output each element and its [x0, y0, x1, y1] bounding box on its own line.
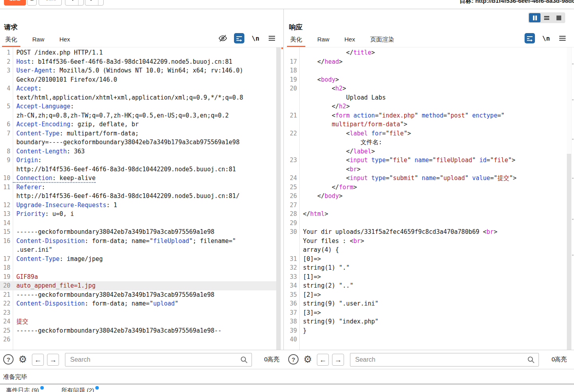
- code-line[interactable]: text/html,application/xhtml+xml,applicat…: [0, 93, 276, 102]
- code-line[interactable]: 18: [285, 66, 567, 75]
- code-line[interactable]: 10Connection: keep-alive: [0, 174, 276, 183]
- layout-columns-icon[interactable]: [529, 13, 541, 22]
- newline-toggle-icon[interactable]: \n: [250, 33, 261, 43]
- code-line[interactable]: 20 <h2>: [285, 84, 567, 93]
- code-line[interactable]: 31[0]=>: [285, 255, 567, 264]
- help-icon[interactable]: ?: [3, 354, 14, 365]
- editor-menu-icon[interactable]: [267, 33, 277, 43]
- code-line[interactable]: 25 </form>: [285, 183, 567, 192]
- code-line[interactable]: 7Content-Type: multipart/form-data;: [0, 129, 276, 138]
- code-line[interactable]: 28</html>: [285, 210, 567, 219]
- code-line[interactable]: 22 <label for="file">: [285, 129, 567, 138]
- code-line[interactable]: 1POST /index.php HTTP/1.1: [0, 48, 276, 57]
- code-line[interactable]: 8Content-Length: 363: [0, 147, 276, 156]
- code-line[interactable]: 26: [0, 335, 276, 344]
- code-line[interactable]: 22Content-Disposition: form-data; name="…: [0, 299, 276, 308]
- code-line[interactable]: array(4) {: [285, 245, 567, 255]
- tab-request-raw[interactable]: Raw: [29, 33, 47, 47]
- tab-all-issues[interactable]: 所有问题 (2): [61, 384, 99, 392]
- code-line[interactable]: 19 <body>: [285, 75, 567, 84]
- newline-toggle-icon[interactable]: \n: [541, 33, 551, 43]
- code-line[interactable]: 14: [0, 219, 276, 228]
- code-line[interactable]: 38string(9) "index.php": [285, 317, 567, 326]
- next-match-button[interactable]: →: [47, 354, 59, 366]
- tab-response-raw[interactable]: Raw: [314, 33, 332, 47]
- word-wrap-icon[interactable]: [525, 33, 535, 43]
- code-line[interactable]: Gecko/20100101 Firefox/146.0: [0, 75, 276, 84]
- history-back-button[interactable]: [65, 0, 84, 6]
- panel-divider[interactable]: [283, 9, 284, 368]
- request-editor[interactable]: 1POST /index.php HTTP/1.12Host: b1f4f536…: [0, 47, 283, 350]
- next-match-button[interactable]: →: [332, 354, 344, 366]
- scrollbar-thumb[interactable]: [276, 47, 281, 350]
- tab-request-hex[interactable]: Hex: [56, 33, 73, 47]
- tab-response-render[interactable]: 页面渲染: [367, 33, 397, 47]
- code-line[interactable]: 18: [0, 263, 276, 272]
- code-line[interactable]: 34string(2) "..": [285, 281, 567, 290]
- code-line[interactable]: </h2>: [285, 102, 567, 111]
- response-code[interactable]: </title>17 </head>1819 <body>20 <h2> Upl…: [285, 47, 567, 350]
- code-line[interactable]: 36string(9) ".user.ini": [285, 299, 567, 308]
- code-line[interactable]: 21 <form action="index.php" method="post…: [285, 111, 567, 120]
- hide-nonprinting-icon[interactable]: [218, 33, 228, 43]
- code-line[interactable]: 11Referer:: [0, 183, 276, 192]
- cancel-button[interactable]: 取消: [39, 0, 62, 6]
- code-line[interactable]: 12Upgrade-Insecure-Requests: 1: [0, 201, 276, 210]
- code-line[interactable]: 13Priority: u=0, i: [0, 210, 276, 219]
- search-settings-gear-icon[interactable]: ⚙: [17, 353, 29, 365]
- history-forward-dropdown[interactable]: [98, 0, 103, 5]
- code-line[interactable]: 2Host: b1f4f536-6eef-46f6-8a3d-98dc10442…: [0, 57, 276, 67]
- code-line[interactable]: 21------geckoformboundary38042eb7a349b17…: [0, 290, 276, 300]
- code-line[interactable]: </label>: [285, 147, 567, 156]
- code-line[interactable]: 4Accept:: [0, 84, 276, 93]
- code-line[interactable]: 23 <input type="file" name="fileUpload" …: [285, 156, 567, 165]
- history-back-dropdown[interactable]: [78, 0, 83, 5]
- code-line[interactable]: 29: [285, 219, 567, 228]
- code-line[interactable]: 27: [285, 201, 567, 210]
- code-line[interactable]: 32string(1) ".": [285, 263, 567, 272]
- code-line[interactable]: .user.ini": [0, 245, 276, 255]
- response-scrollbar[interactable]: [567, 47, 571, 350]
- code-line[interactable]: 17Content-Type: image/jpeg: [0, 255, 276, 264]
- code-line[interactable]: 25------geckoformboundary38042eb7a349b17…: [0, 326, 276, 335]
- code-line[interactable]: 16Content-Disposition: form-data; name="…: [0, 237, 276, 246]
- code-line[interactable]: 20auto_append_file=1.jpg: [0, 281, 276, 290]
- code-line[interactable]: 3User-Agent: Mozilla/5.0 (Windows NT 10.…: [0, 66, 276, 75]
- gear-icon[interactable]: ⚙: [27, 0, 37, 6]
- code-line[interactable]: 23: [0, 308, 276, 318]
- code-line[interactable]: 15------geckoformboundary38042eb7a349b17…: [0, 227, 276, 237]
- code-line[interactable]: <br>: [285, 165, 567, 174]
- word-wrap-icon[interactable]: [234, 33, 244, 43]
- code-line[interactable]: 24提交: [0, 317, 276, 326]
- code-line[interactable]: 26 </body>: [285, 192, 567, 201]
- previous-match-button[interactable]: ←: [32, 354, 44, 366]
- request-scrollbar[interactable]: [276, 47, 281, 350]
- layout-single-icon[interactable]: [553, 13, 564, 22]
- code-line[interactable]: </title>: [285, 48, 567, 57]
- code-line[interactable]: 17 </head>: [285, 57, 567, 67]
- scrollbar-thumb[interactable]: [567, 154, 571, 350]
- tab-event-log[interactable]: 事件日志 (9): [6, 384, 44, 392]
- code-line[interactable]: boundary=----geckoformboundary38042eb7a3…: [0, 138, 276, 147]
- response-editor[interactable]: </title>17 </head>1819 <body>20 <h2> Upl…: [285, 47, 574, 350]
- code-line[interactable]: 40: [285, 335, 567, 344]
- tab-response-pretty[interactable]: 美化: [287, 33, 305, 47]
- code-line[interactable]: 19GIF89a: [0, 272, 276, 282]
- code-line[interactable]: Upload Labs: [285, 93, 567, 102]
- code-line[interactable]: zh-CN,zh;q=0.8,zh-TW;q=0.7,zh-HK;q=0.5,e…: [0, 111, 276, 120]
- code-line[interactable]: 33[1]=>: [285, 272, 567, 282]
- code-line[interactable]: 35[2]=>: [285, 290, 567, 300]
- tab-request-pretty[interactable]: 美化: [2, 33, 20, 47]
- code-line[interactable]: 6Accept-Encoding: gzip, deflate, br: [0, 120, 276, 129]
- send-button[interactable]: 发送: [4, 0, 26, 6]
- layout-rows-icon[interactable]: [541, 13, 552, 22]
- help-icon[interactable]: ?: [288, 354, 299, 365]
- code-line[interactable]: 5Accept-Language:: [0, 102, 276, 111]
- code-line[interactable]: 30Your dir uploads/331f5a2fec4659f9c8cd3…: [285, 227, 567, 237]
- history-forward-button[interactable]: [85, 0, 104, 6]
- code-line[interactable]: 39}: [285, 326, 567, 335]
- code-line[interactable]: http://b1f4f536-6eef-46f6-8a3d-98dc10442…: [0, 165, 276, 174]
- request-code[interactable]: 1POST /index.php HTTP/1.12Host: b1f4f536…: [0, 47, 276, 350]
- response-search-input[interactable]: [350, 353, 539, 367]
- tab-response-hex[interactable]: Hex: [341, 33, 358, 47]
